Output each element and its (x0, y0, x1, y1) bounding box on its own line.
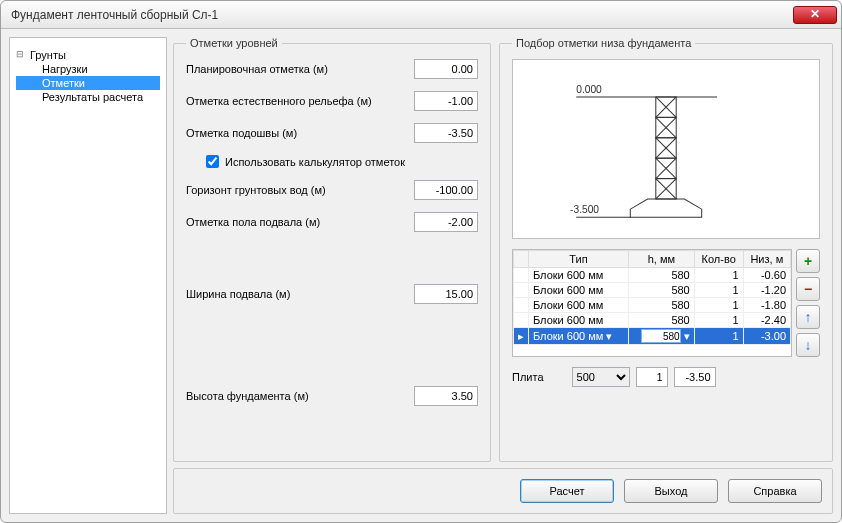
cell-type: Блоки 600 мм (529, 283, 629, 298)
col-h: h, мм (629, 251, 695, 268)
cell-qty: 1 (694, 328, 743, 345)
cell-type: Блоки 600 мм (529, 313, 629, 328)
table-row[interactable]: Блоки 600 мм5801-2.40 (514, 313, 791, 328)
table-row[interactable]: Блоки 600 мм5801-1.80 (514, 298, 791, 313)
cell-h: ▾ (629, 328, 695, 345)
cell-type: Блоки 600 мм ▾ (529, 328, 629, 345)
cell-qty: 1 (694, 268, 743, 283)
plate-bottom-input[interactable] (674, 367, 716, 387)
close-icon: ✕ (810, 7, 820, 21)
basement-width-row: Ширина подвала (м) (186, 284, 478, 304)
use-calc-row: Использовать калькулятор отметок (206, 155, 478, 168)
add-row-button[interactable]: + (796, 249, 820, 273)
relief-input[interactable] (414, 91, 478, 111)
basement-floor-label: Отметка пола подвала (м) (186, 216, 414, 228)
move-down-button[interactable]: ↓ (796, 333, 820, 357)
table-row[interactable]: Блоки 600 мм5801-1.20 (514, 283, 791, 298)
cell-qty: 1 (694, 283, 743, 298)
arrow-up-icon: ↑ (805, 309, 812, 325)
window-title: Фундамент ленточный сборный Сл-1 (11, 8, 793, 22)
cell-bottom: -2.40 (743, 313, 790, 328)
selection-group: Подбор отметки низа фундамента 0.000 -3.… (499, 37, 833, 462)
panel-row: Отметки уровней Планировочная отметка (м… (173, 37, 833, 462)
basement-width-input[interactable] (414, 284, 478, 304)
cell-qty: 1 (694, 298, 743, 313)
col-qty: Кол-во (694, 251, 743, 268)
exit-button[interactable]: Выход (624, 479, 718, 503)
titlebar: Фундамент ленточный сборный Сл-1 ✕ (1, 1, 841, 29)
delete-row-button[interactable]: − (796, 277, 820, 301)
levels-legend: Отметки уровней (186, 37, 282, 49)
table-row[interactable]: Блоки 600 мм5801-0.60 (514, 268, 791, 283)
nav-root-soils[interactable]: Грунты (16, 48, 160, 62)
planning-input[interactable] (414, 59, 478, 79)
arrow-down-icon: ↓ (805, 337, 812, 353)
plate-label: Плита (512, 371, 566, 383)
cell-bottom: -1.80 (743, 298, 790, 313)
cell-type: Блоки 600 мм (529, 298, 629, 313)
footer-bar: Расчет Выход Справка (173, 468, 833, 514)
table-wrap: Тип h, мм Кол-во Низ, м Блоки 600 мм5801… (512, 249, 820, 357)
foundation-diagram: 0.000 -3.500 (512, 59, 820, 239)
col-bottom: Низ, м (743, 251, 790, 268)
svg-marker-17 (630, 199, 701, 217)
gw-label: Горизонт грунтовых вод (м) (186, 184, 414, 196)
found-height-row: Высота фундамента (м) (186, 386, 478, 406)
plate-h-select[interactable]: 500 (572, 367, 630, 387)
use-calc-label: Использовать калькулятор отметок (225, 156, 405, 168)
dialog-window: Фундамент ленточный сборный Сл-1 ✕ Грунт… (0, 0, 842, 523)
found-height-input[interactable] (414, 386, 478, 406)
help-button[interactable]: Справка (728, 479, 822, 503)
cell-type: Блоки 600 мм (529, 268, 629, 283)
diagram-top-label: 0.000 (576, 84, 602, 95)
move-up-button[interactable]: ↑ (796, 305, 820, 329)
cell-bottom: -0.60 (743, 268, 790, 283)
basement-floor-row: Отметка пола подвала (м) (186, 212, 478, 232)
cell-h: 580 (629, 313, 695, 328)
basement-width-label: Ширина подвала (м) (186, 288, 414, 300)
plate-qty-input[interactable] (636, 367, 668, 387)
gw-row: Горизонт грунтовых вод (м) (186, 180, 478, 200)
cell-h: 580 (629, 298, 695, 313)
found-height-label: Высота фундамента (м) (186, 390, 414, 402)
sole-label: Отметка подошвы (м) (186, 127, 414, 139)
cell-h: 580 (629, 283, 695, 298)
content: Грунты Нагрузки Отметки Результаты расче… (1, 29, 841, 522)
sole-input[interactable] (414, 123, 478, 143)
gw-input[interactable] (414, 180, 478, 200)
selection-legend: Подбор отметки низа фундамента (512, 37, 695, 49)
cell-h: 580 (629, 268, 695, 283)
table-buttons: + − ↑ ↓ (796, 249, 820, 357)
sole-row: Отметка подошвы (м) (186, 123, 478, 143)
nav-tree: Грунты Нагрузки Отметки Результаты расче… (16, 48, 160, 104)
table-row[interactable]: ▸Блоки 600 мм ▾ ▾1-3.00 (514, 328, 791, 345)
minus-icon: − (804, 281, 812, 297)
cell-qty: 1 (694, 313, 743, 328)
planning-label: Планировочная отметка (м) (186, 63, 414, 75)
relief-row: Отметка естественного рельефа (м) (186, 91, 478, 111)
cell-bottom: -1.20 (743, 283, 790, 298)
nav-item-loads[interactable]: Нагрузки (16, 62, 160, 76)
plate-row: Плита 500 (512, 367, 820, 387)
relief-label: Отметка естественного рельефа (м) (186, 95, 414, 107)
use-calc-checkbox[interactable] (206, 155, 219, 168)
calc-button[interactable]: Расчет (520, 479, 614, 503)
right-column: Отметки уровней Планировочная отметка (м… (173, 37, 833, 514)
plus-icon: + (804, 253, 812, 269)
nav-panel: Грунты Нагрузки Отметки Результаты расче… (9, 37, 167, 514)
col-type: Тип (529, 251, 629, 268)
basement-floor-input[interactable] (414, 212, 478, 232)
blocks-table[interactable]: Тип h, мм Кол-во Низ, м Блоки 600 мм5801… (512, 249, 792, 357)
diagram-bottom-label: -3.500 (570, 204, 599, 215)
levels-group: Отметки уровней Планировочная отметка (м… (173, 37, 491, 462)
nav-item-results[interactable]: Результаты расчета (16, 90, 160, 104)
nav-item-levels[interactable]: Отметки (16, 76, 160, 90)
close-button[interactable]: ✕ (793, 6, 837, 24)
planning-row: Планировочная отметка (м) (186, 59, 478, 79)
cell-bottom: -3.00 (743, 328, 790, 345)
